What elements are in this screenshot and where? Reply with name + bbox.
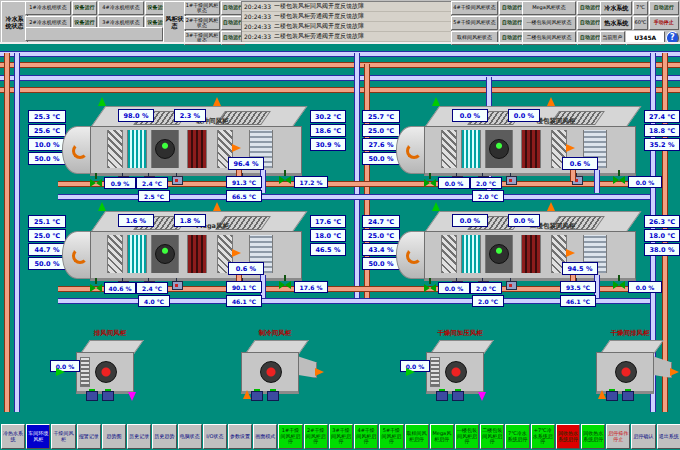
small-unit-body[interactable] xyxy=(596,352,654,394)
outlet-arrow-magenta xyxy=(478,392,486,401)
motor-terminal xyxy=(436,391,448,401)
taskbar-button[interactable]: 参数设置 xyxy=(228,424,252,449)
hot-water-valve[interactable] xyxy=(279,280,291,290)
airflow-right-arrow xyxy=(232,144,241,152)
small-unit-body[interactable] xyxy=(241,352,299,394)
damper-opening-top2: 1.8 % xyxy=(174,214,206,227)
taskbar-button[interactable]: 干燥间风柜 xyxy=(51,424,75,449)
airflow-right-arrow xyxy=(232,249,241,257)
supply-duct-readouts: 30.2 ℃ 18.6 ℃ 30.9 % xyxy=(310,110,346,151)
damper-valve[interactable] xyxy=(90,283,102,293)
alarm-row[interactable]: 20:24:33 一楼包装风柜旁通阀开度反馈故障 xyxy=(242,12,451,22)
damper-valve[interactable] xyxy=(424,283,436,293)
taskbar-button[interactable]: 电脑状态 xyxy=(178,424,202,449)
taskbar-button-label: 冷热水系统 xyxy=(3,430,23,442)
fan-status-grid-right: Mega风柜状态 自动运行 一楼包装间风柜状态 自动运行 二楼包装间风柜状态 自… xyxy=(522,1,603,45)
supply-temp-setpoint: 18.0 ℃ xyxy=(310,229,346,242)
taskbar-button[interactable]: 7℃冷水系统启停 xyxy=(505,424,529,449)
fan-status-label: 风柜状态 xyxy=(163,1,186,44)
humidity-setpoint: 50.0 % xyxy=(362,152,400,165)
taskbar-button[interactable]: 画面模式 xyxy=(253,424,277,449)
heating-coil xyxy=(521,130,541,168)
fan-section xyxy=(151,130,179,168)
taskbar-button[interactable]: 3#干燥间风柜启停 xyxy=(329,424,353,449)
sensor-transmitter xyxy=(506,176,517,185)
exhaust-fan-stopped[interactable] xyxy=(615,361,637,383)
exhaust-fan-stopped[interactable] xyxy=(260,361,282,383)
alarm-row[interactable]: 20:24:33 一楼包装风柜回风阀开度反馈故障 xyxy=(242,2,451,12)
hot-water-stub xyxy=(570,170,576,181)
taskbar-button[interactable]: 退出系统 xyxy=(657,424,680,449)
supply-fan[interactable] xyxy=(155,139,175,159)
return-air-humidity: 10.0 % xyxy=(28,138,66,151)
hot-water-temp: 91.3 ℃ xyxy=(226,176,262,188)
taskbar-button[interactable]: 启停确认 xyxy=(631,424,655,449)
hot-water-stop-status: 手动停止 xyxy=(649,16,679,30)
return-air-temp: 24.7 ℃ xyxy=(362,215,400,228)
supply-fan[interactable] xyxy=(155,244,175,264)
small-unit-body[interactable] xyxy=(426,352,484,394)
hot-water-valve[interactable] xyxy=(279,175,291,185)
taskbar-button-label: I/O状态 xyxy=(206,433,223,439)
taskbar-button[interactable]: 一楼包装间风柜启停 xyxy=(455,424,479,449)
taskbar-button-label: 参数设置 xyxy=(230,433,250,439)
taskbar-button[interactable]: 报警记录 xyxy=(77,424,101,449)
taskbar-button[interactable]: 启停操作停止 xyxy=(606,424,630,449)
taskbar-button[interactable]: 2#干燥间风柜启停 xyxy=(304,424,328,449)
hot-valve-opening: 17.2 % xyxy=(294,176,328,188)
taskbar-button[interactable]: 车间环境风柜 xyxy=(26,424,50,449)
air-handling-unit: 25.1 ℃ 25.0 ℃ 44.7 % 50.0 % xyxy=(28,205,346,308)
temp-setpoint: 25.0 ℃ xyxy=(28,229,66,242)
taskbar-button[interactable]: 4#干燥间风柜启停 xyxy=(354,424,378,449)
inlet-arrow-orange xyxy=(598,390,606,399)
taskbar-button[interactable]: 回收热水系统启停 xyxy=(556,424,580,449)
exhaust-fan-stopped[interactable] xyxy=(95,361,117,383)
alarm-time: 20:24:33 xyxy=(242,13,274,20)
taskbar-button[interactable]: 1#干燥间风柜启停 xyxy=(278,424,302,449)
hot-water-valve[interactable] xyxy=(613,280,625,290)
ahu-body[interactable] xyxy=(90,231,302,281)
taskbar-button[interactable]: 回收热水系统启停 xyxy=(581,424,605,449)
ahu-body[interactable] xyxy=(90,126,302,176)
motor-terminal xyxy=(452,391,464,401)
small-unit-body[interactable] xyxy=(76,352,134,394)
small-fan-unit: 制冷间风柜 xyxy=(215,328,335,412)
alarm-message: 二楼包装风柜回风阀开度反馈故障 xyxy=(274,22,451,31)
small-unit-title: 干燥间加压风柜 xyxy=(400,329,520,338)
cold-supply-main-pipe xyxy=(0,51,680,57)
taskbar-button[interactable]: 二楼包装间风柜启停 xyxy=(480,424,504,449)
taskbar-button[interactable]: I/O状态 xyxy=(203,424,227,449)
water-system-panel: 冷水系统 7℃ 自动运行 热水系统 60℃ 手动停止 当前用户 U345A ? xyxy=(600,1,679,45)
supply-air-temp: 17.6 ℃ xyxy=(310,215,346,228)
damper-opening-top: 98.0 % xyxy=(118,109,154,122)
taskbar-button[interactable]: 历史记录 xyxy=(127,424,151,449)
taskbar-button[interactable]: 5#干燥间风柜启停 xyxy=(379,424,403,449)
taskbar-button[interactable]: +7℃冷水系统启停 xyxy=(531,424,555,449)
supply-fan[interactable] xyxy=(489,244,509,264)
damper-valve[interactable] xyxy=(90,178,102,188)
exhaust-fan-stopped[interactable] xyxy=(445,361,467,383)
alarm-row[interactable]: 20:24:33 二楼包装风柜旁通阀开度反馈故障 xyxy=(242,32,451,42)
taskbar-button[interactable]: Mega风柜启停 xyxy=(430,424,454,449)
ahu-body[interactable] xyxy=(424,126,636,176)
taskbar-button[interactable]: 趋势图 xyxy=(102,424,126,449)
fan-speed-readout: 94.5 % xyxy=(562,262,598,275)
supply-fan[interactable] xyxy=(489,139,509,159)
ahu-body[interactable] xyxy=(424,231,636,281)
taskbar-button-label: 一楼包装间风柜启停 xyxy=(457,427,477,444)
taskbar-button-label: 1#干燥间风柜启停 xyxy=(281,427,301,444)
exhaust-nozzle xyxy=(652,356,672,378)
fan-cabinet-name: 5#干燥间风柜状态 xyxy=(451,16,498,30)
hot-return-main-pipe xyxy=(0,62,680,68)
taskbar-button[interactable]: 冷热水系统 xyxy=(1,424,25,449)
taskbar-button[interactable]: 历史趋势 xyxy=(152,424,176,449)
hot-water-valve[interactable] xyxy=(613,175,625,185)
airflow-up-arrow-orange xyxy=(547,97,555,106)
exhaust-nozzle xyxy=(297,356,317,378)
alarm-row[interactable]: 20:24:33 二楼包装风柜回风阀开度反馈故障 xyxy=(242,22,451,32)
damper-valve[interactable] xyxy=(424,178,436,188)
motor-terminal xyxy=(622,391,634,401)
cold-water-stub xyxy=(594,170,600,193)
taskbar-button[interactable]: 取样间风柜启停 xyxy=(405,424,429,449)
coil-temp-readout-1: 2.4 ℃ xyxy=(136,177,168,189)
